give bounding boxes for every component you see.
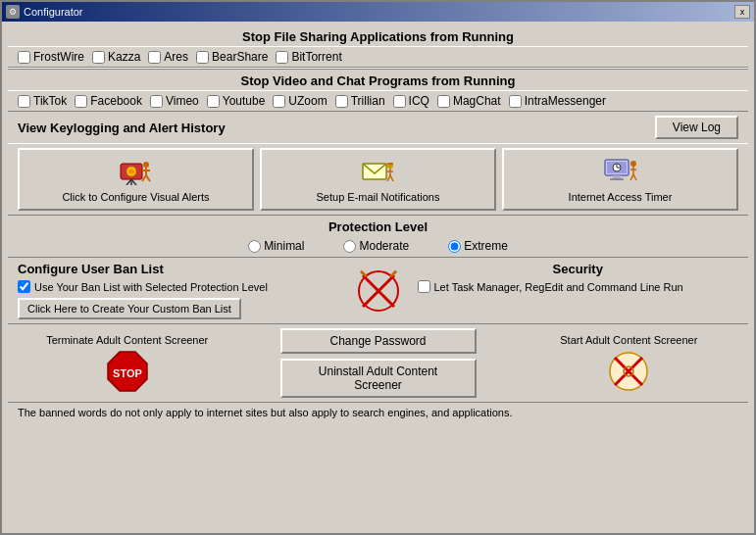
- svg-line-16: [387, 175, 390, 181]
- uzoom-checkbox[interactable]: [273, 95, 285, 108]
- task-manager-checkbox-item[interactable]: Let Task Manager, RegEdit and Command Li…: [418, 280, 739, 293]
- moderate-radio[interactable]: [343, 240, 356, 253]
- facebook-label: Facebook: [90, 94, 142, 108]
- view-log-button[interactable]: View Log: [655, 116, 738, 139]
- video-chat-apps: TikTok Facebook Vimeo Youtube UZoom Tril…: [8, 91, 748, 111]
- title-bar: ⚙ Configurator x: [2, 2, 754, 22]
- icq-checkbox-item[interactable]: ICQ: [393, 94, 429, 108]
- svg-point-6: [143, 162, 149, 168]
- intramessenger-checkbox-item[interactable]: IntraMessenger: [509, 94, 606, 108]
- extreme-radio-item[interactable]: Extreme: [448, 239, 508, 253]
- facebook-checkbox-item[interactable]: Facebook: [75, 94, 142, 108]
- magchat-label: MagChat: [453, 94, 501, 108]
- uzoom-label: UZoom: [288, 94, 327, 108]
- ban-cross-icon: [355, 268, 402, 315]
- use-ban-checkbox[interactable]: [18, 280, 30, 293]
- email-icon: [361, 156, 396, 187]
- kazza-checkbox-item[interactable]: Kazza: [92, 50, 140, 64]
- minimal-label: Minimal: [264, 239, 304, 253]
- ban-title: Configure User Ban List: [18, 262, 339, 276]
- timer-icon: [603, 156, 638, 187]
- configure-visual-button[interactable]: Click to Configure Visual Alerts: [18, 148, 254, 211]
- svg-rect-21: [610, 178, 624, 180]
- intramessenger-checkbox[interactable]: [509, 95, 522, 108]
- security-section: Security Let Task Manager, RegEdit and C…: [418, 262, 739, 319]
- protection-section: Protection Level Minimal Moderate Extrem…: [8, 215, 748, 257]
- bittorrent-checkbox[interactable]: [276, 51, 288, 64]
- bearshare-checkbox-item[interactable]: BearShare: [196, 50, 268, 64]
- trillian-checkbox[interactable]: [335, 95, 348, 108]
- kazza-label: Kazza: [108, 50, 140, 64]
- ares-checkbox[interactable]: [148, 51, 161, 64]
- youtube-checkbox-item[interactable]: Youtube: [207, 94, 266, 108]
- kazza-checkbox[interactable]: [92, 51, 105, 64]
- uninstall-button[interactable]: Uninstall Adult Content Screener: [280, 359, 477, 398]
- svg-line-10: [146, 175, 150, 181]
- vimeo-checkbox-item[interactable]: Vimeo: [150, 94, 199, 108]
- icon-buttons-row: Click to Configure Visual Alerts: [8, 144, 748, 215]
- internet-access-label: Internet Access Timer: [569, 191, 673, 203]
- bittorrent-checkbox-item[interactable]: BitTorrent: [276, 50, 341, 64]
- close-button[interactable]: x: [734, 5, 750, 19]
- bearshare-label: BearShare: [212, 50, 268, 64]
- tiktok-checkbox[interactable]: [18, 95, 30, 108]
- trillian-checkbox-item[interactable]: Trillian: [335, 94, 385, 108]
- frostwire-checkbox[interactable]: [18, 51, 30, 64]
- extreme-radio[interactable]: [448, 240, 461, 253]
- uzoom-checkbox-item[interactable]: UZoom: [273, 94, 327, 108]
- svg-text:STOP: STOP: [113, 367, 142, 379]
- minimal-radio-item[interactable]: Minimal: [248, 239, 304, 253]
- task-manager-checkbox[interactable]: [418, 280, 430, 293]
- video-chat-header: Stop Video and Chat Programs from Runnin…: [8, 69, 748, 91]
- bearshare-checkbox[interactable]: [196, 51, 209, 64]
- footer-text: The banned words do not only apply to in…: [18, 407, 513, 418]
- configure-visual-label: Click to Configure Visual Alerts: [62, 191, 209, 203]
- svg-rect-13: [387, 163, 393, 165]
- start-adult-label: Start Adult Content Screener: [560, 334, 697, 346]
- youtube-label: Youtube: [223, 94, 266, 108]
- vimeo-checkbox[interactable]: [150, 95, 163, 108]
- icq-checkbox[interactable]: [393, 95, 406, 108]
- use-ban-label: Use Your Ban List with Selected Protecti…: [34, 281, 268, 293]
- main-window: ⚙ Configurator x Stop File Sharing Appli…: [0, 0, 756, 535]
- svg-point-25: [630, 161, 636, 167]
- protection-levels: Minimal Moderate Extreme: [8, 237, 748, 255]
- facebook-checkbox[interactable]: [75, 95, 87, 108]
- icq-label: ICQ: [409, 94, 429, 108]
- footer-note: The banned words do not only apply to in…: [8, 402, 748, 422]
- magchat-checkbox-item[interactable]: MagChat: [437, 94, 501, 108]
- frostwire-checkbox-item[interactable]: FrostWire: [18, 50, 84, 64]
- create-ban-button[interactable]: Click Here to Create Your Custom Ban Lis…: [18, 298, 241, 319]
- ares-label: Ares: [164, 50, 188, 64]
- task-manager-label: Let Task Manager, RegEdit and Command Li…: [434, 281, 683, 293]
- change-password-button[interactable]: Change Password: [280, 328, 477, 354]
- youtube-checkbox[interactable]: [207, 95, 220, 108]
- protection-header: Protection Level: [8, 219, 748, 234]
- ban-icon-center: [349, 262, 408, 319]
- vimeo-label: Vimeo: [166, 94, 199, 108]
- use-ban-checkbox-item[interactable]: Use Your Ban List with Selected Protecti…: [18, 280, 339, 293]
- center-buttons: Change Password Uninstall Adult Content …: [246, 328, 509, 398]
- ares-checkbox-item[interactable]: Ares: [148, 50, 188, 64]
- window-title: Configurator: [24, 6, 83, 18]
- svg-line-28: [630, 174, 633, 180]
- ban-section: Configure User Ban List Use Your Ban Lis…: [18, 262, 339, 319]
- file-sharing-apps: FrostWire Kazza Ares BearShare BitTorren…: [8, 47, 748, 67]
- app-icon: ⚙: [6, 5, 20, 19]
- bittorrent-label: BitTorrent: [291, 50, 341, 64]
- internet-access-button[interactable]: Internet Access Timer: [502, 148, 738, 211]
- svg-rect-20: [613, 175, 621, 178]
- file-sharing-header: Stop File Sharing Applications from Runn…: [8, 25, 748, 47]
- magchat-checkbox[interactable]: [437, 95, 450, 108]
- security-title: Security: [418, 262, 739, 276]
- trillian-label: Trillian: [351, 94, 385, 108]
- minimal-radio[interactable]: [248, 240, 261, 253]
- keylog-header: View Keylogging and Alert History: [18, 121, 226, 135]
- terminate-adult-label: Terminate Adult Content Screener: [46, 334, 208, 346]
- setup-email-button[interactable]: Setup E-mail Notifications: [260, 148, 496, 211]
- setup-email-label: Setup E-mail Notifications: [317, 191, 440, 203]
- tiktok-checkbox-item[interactable]: TikTok: [18, 94, 67, 108]
- svg-line-29: [633, 174, 636, 180]
- moderate-radio-item[interactable]: Moderate: [343, 239, 409, 253]
- extreme-label: Extreme: [464, 239, 508, 253]
